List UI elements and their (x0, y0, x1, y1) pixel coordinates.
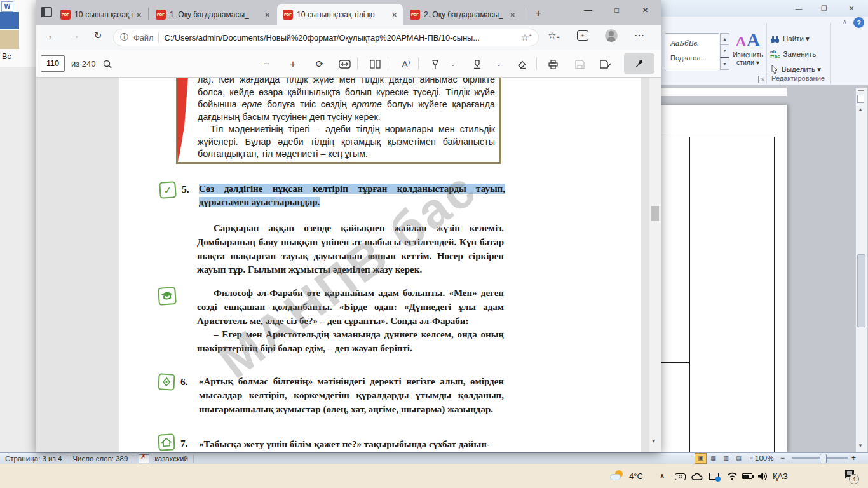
edge-maximize-button[interactable]: □ (602, 0, 631, 20)
tab-2[interactable]: PDF 1. Оқу бағдарламасы_ ✕ (150, 4, 276, 25)
search-icon[interactable] (100, 57, 114, 71)
pdf-viewer[interactable]: ла). Кей жағдайда тілдік жүйе мен тілдік… (36, 78, 661, 452)
new-tab-button[interactable]: + (531, 6, 545, 20)
scroll-down-icon[interactable]: ▼ (858, 443, 863, 449)
word-close-button[interactable]: ✕ (837, 2, 865, 15)
status-page-count[interactable]: Страница: 3 из 4 (5, 455, 62, 463)
temperature-label[interactable]: 4°C (629, 471, 643, 481)
tab-divider (524, 8, 524, 20)
zoom-in-button[interactable]: + (851, 452, 856, 464)
save-as-icon[interactable] (597, 57, 614, 71)
language-indicator[interactable]: ҚАЗ (773, 471, 788, 481)
highlight-chevron-icon[interactable]: ⌄ (494, 57, 503, 71)
zoom-label[interactable]: 100% (755, 452, 773, 464)
tray-expand-icon[interactable]: ∧ (660, 472, 665, 479)
tab-close-icon[interactable]: ✕ (392, 11, 397, 18)
draw-chevron-icon[interactable]: ⌄ (449, 57, 458, 71)
task-check-icon: ✓ (159, 181, 177, 199)
meet-now-icon[interactable] (675, 473, 686, 480)
word-restore-button[interactable]: ❐ (812, 2, 836, 15)
edge-close-button[interactable]: ✕ (631, 0, 660, 20)
onedrive-cloud-icon[interactable] (691, 472, 703, 484)
tab-close-icon[interactable]: ✕ (265, 11, 270, 18)
draw-icon[interactable] (428, 57, 442, 71)
address-bar[interactable]: ⓘ Файл C:/Users/admin/Documents/Новый%20… (113, 29, 539, 46)
styles-dialog-launcher-icon[interactable]: ⇘ (758, 76, 766, 83)
tab-4[interactable]: PDF 2. Оқу бағдарламасы_ ✕ (404, 4, 521, 25)
tab-3-active[interactable]: PDF 10-сынып қазақ тілі қо ✕ (277, 4, 403, 25)
writing-task-icon (158, 373, 175, 390)
profile-avatar[interactable] (605, 29, 618, 42)
highlight-icon[interactable] (470, 57, 484, 71)
word-scrollbar[interactable]: ▲ ▼ (855, 88, 867, 452)
spellcheck-icon[interactable]: ✗ (139, 454, 149, 463)
word-style-gallery[interactable]: АаБбВв. Подзагол... (665, 33, 719, 71)
save-icon[interactable] (572, 57, 587, 71)
style-gallery-scroll[interactable]: ▲ ▼ ▼ (720, 33, 729, 70)
page-view-icon[interactable] (367, 57, 383, 71)
tab-close-icon[interactable]: ✕ (137, 11, 142, 18)
tab-actions-menu-icon[interactable] (41, 7, 52, 17)
outline-view-icon[interactable]: ▤ (733, 453, 745, 464)
print-icon[interactable] (545, 57, 560, 71)
graduation-cap-icon (158, 287, 177, 306)
fullscreen-view-icon[interactable]: ▦ (707, 453, 719, 464)
status-language[interactable]: казахский (154, 455, 187, 463)
word-app-icon[interactable]: W (1, 1, 13, 12)
edge-minimize-button[interactable]: — (574, 0, 602, 20)
reload-button[interactable]: ↻ (90, 30, 105, 41)
tab-1[interactable]: PDF 10-сынып қазақ тілі жа ✕ (55, 4, 147, 25)
task5-number: 5. (182, 184, 189, 195)
word-titlebar-fragment (0, 12, 19, 29)
forward-button[interactable]: → (67, 30, 83, 41)
word-scroll-thumb[interactable] (857, 254, 865, 327)
word-minimize-button[interactable]: — (787, 2, 811, 15)
word-help-button[interactable]: ? (853, 17, 864, 28)
cast-screen-icon[interactable] (709, 473, 719, 480)
style-scroll-up-icon[interactable]: ▲ (720, 33, 729, 45)
collections-icon[interactable]: + (577, 30, 588, 41)
wifi-icon[interactable] (727, 471, 738, 483)
page-number-input[interactable] (41, 55, 65, 72)
url-text[interactable]: C:/Users/admin/Documents/Новый%20формат/… (164, 33, 515, 43)
task7-number: 7. (180, 438, 188, 449)
add-favorite-icon[interactable]: ☆+ (521, 32, 532, 43)
replace-button[interactable]: ab⇄ac Заменить (770, 48, 816, 60)
read-aloud-icon[interactable]: A⁾ (398, 57, 414, 71)
notification-center-icon[interactable]: 4 (844, 469, 855, 482)
settings-more-icon[interactable]: ⋯ (634, 29, 644, 41)
tab-close-icon[interactable]: ✕ (510, 11, 515, 18)
eraser-icon[interactable] (515, 57, 529, 71)
pdf-scrollbar[interactable]: ▾ (649, 78, 661, 452)
zoom-slider-thumb[interactable] (820, 454, 827, 463)
volume-icon[interactable] (757, 471, 768, 483)
task5-instruction[interactable]: Сөз дәлдігіне нұқсан келтіріп тұрған қол… (199, 182, 505, 208)
zoom-out-button[interactable]: − (780, 452, 785, 464)
fit-width-icon[interactable] (337, 57, 352, 71)
ribbon-collapse-icon[interactable]: ∧ (843, 18, 847, 25)
scroll-up-icon[interactable]: ▲ (858, 107, 863, 112)
select-button[interactable]: Выделить ▾ (770, 64, 821, 75)
ruler-toggle-icon[interactable] (857, 95, 864, 103)
zoom-in-icon[interactable]: + (286, 57, 300, 71)
pdf-scroll-down-icon[interactable]: ▾ (652, 437, 655, 444)
info-icon[interactable]: ⓘ (120, 32, 128, 43)
scheme-label: Файл (133, 33, 153, 43)
selected-text[interactable]: Сөз дәлдігіне нұқсан келтіріп тұрған қол… (199, 184, 505, 207)
split-handle-icon[interactable] (858, 90, 864, 91)
weather-icon[interactable] (610, 470, 625, 482)
print-layout-view-icon[interactable]: ▣ (695, 453, 707, 464)
style-scroll-down-icon[interactable]: ▼ (720, 45, 729, 57)
web-layout-view-icon[interactable]: ▥ (720, 453, 732, 464)
status-word-count[interactable]: Число слов: 389 (72, 455, 128, 463)
back-button[interactable]: ← (44, 30, 60, 41)
pin-toolbar-button[interactable] (624, 53, 654, 74)
change-styles-button[interactable]: AA Изменить стили ▾ (731, 29, 765, 66)
battery-icon[interactable] (742, 473, 752, 479)
find-button[interactable]: Найти ▾ (770, 33, 810, 44)
favorites-bar-icon[interactable]: ☆≡ (548, 30, 560, 41)
pdf-scroll-thumb[interactable] (651, 206, 659, 221)
rotate-icon[interactable]: ⟳ (313, 57, 327, 71)
zoom-out-icon[interactable]: − (259, 57, 273, 71)
style-gallery-expand-icon[interactable]: ▼ (720, 57, 729, 70)
